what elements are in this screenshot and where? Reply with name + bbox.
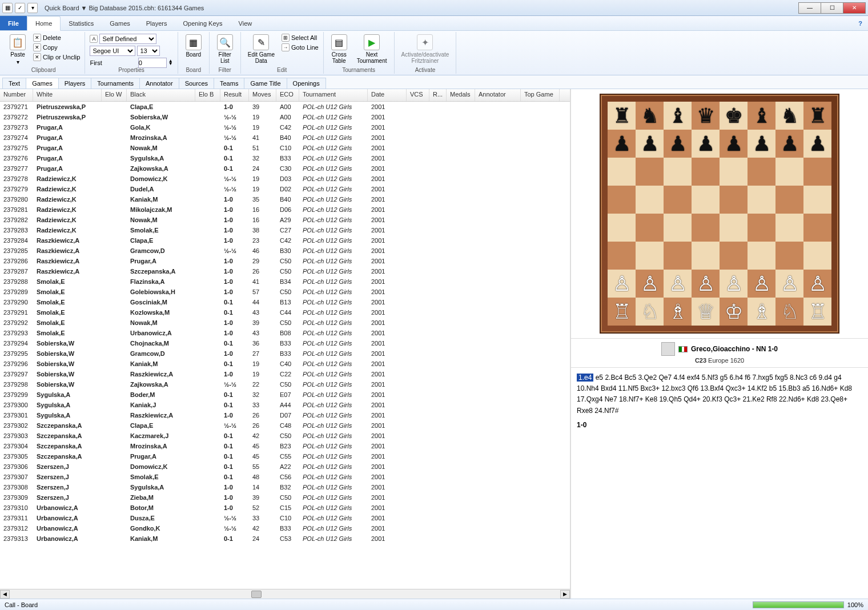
table-row[interactable]: 2379274Prugar,AMrozinska,A½-½41B40POL-ch… bbox=[0, 133, 570, 143]
board-square[interactable] bbox=[664, 214, 692, 242]
board-square[interactable] bbox=[775, 242, 803, 270]
board-square[interactable]: ♖ bbox=[608, 298, 636, 326]
board-square[interactable]: ♙ bbox=[664, 270, 692, 298]
table-row[interactable]: 2379275Prugar,ANowak,M0-151C10POL-ch U12… bbox=[0, 143, 570, 153]
table-row[interactable]: 2379302Szczepanska,AClapa,E½-½26C48POL-c… bbox=[0, 420, 570, 431]
board-square[interactable] bbox=[636, 242, 664, 270]
board-square[interactable] bbox=[664, 186, 692, 214]
column-header[interactable]: Annotator bbox=[475, 89, 521, 101]
board-square[interactable]: ♗ bbox=[748, 298, 775, 326]
column-header[interactable]: Black bbox=[127, 89, 195, 101]
board-square[interactable] bbox=[748, 158, 775, 186]
board-square[interactable] bbox=[775, 158, 803, 186]
grid-body[interactable]: 2379271Pietruszewska,PClapa,E1-039A00POL… bbox=[0, 102, 570, 589]
table-row[interactable]: 2379312Urbanowicz,AGondko,K½-½42B33POL-c… bbox=[0, 523, 570, 533]
minimize-button[interactable]: — bbox=[798, 2, 821, 14]
board-square[interactable] bbox=[803, 186, 831, 214]
paste-button[interactable]: 📋 Paste ▾ bbox=[6, 33, 30, 66]
scroll-left-icon[interactable]: ◀ bbox=[0, 590, 10, 599]
menu-tab-games[interactable]: Games bbox=[102, 16, 138, 30]
table-row[interactable]: 2379279Radziewicz,KDudel,A½-½19D02POL-ch… bbox=[0, 184, 570, 194]
table-row[interactable]: 2379307Szerszen,JSmolak,E0-148C56POL-ch … bbox=[0, 472, 570, 482]
board-square[interactable]: ♛ bbox=[692, 102, 720, 130]
board-square[interactable] bbox=[748, 186, 775, 214]
table-row[interactable]: 2379287Raszkiewicz,ASzczepanska,A1-026C5… bbox=[0, 266, 570, 276]
table-row[interactable]: 2379299Sygulska,ABoder,M0-132E07POL-ch U… bbox=[0, 390, 570, 400]
subtab-openings[interactable]: Openings bbox=[287, 78, 326, 89]
subtab-annotator[interactable]: Annotator bbox=[139, 78, 179, 89]
menu-tab-players[interactable]: Players bbox=[138, 16, 175, 30]
table-row[interactable]: 2379303Szczepanska,AKaczmarek,J0-142C50P… bbox=[0, 431, 570, 441]
board-square[interactable] bbox=[692, 214, 720, 242]
column-header[interactable]: Medals bbox=[447, 89, 475, 101]
board-square[interactable]: ♟ bbox=[692, 130, 720, 158]
table-row[interactable]: 2379300Sygulska,AKaniak,J0-133A44POL-ch … bbox=[0, 400, 570, 410]
board-square[interactable] bbox=[608, 186, 636, 214]
table-row[interactable]: 2379284Raszkiewicz,AClapa,E1-023C42POL-c… bbox=[0, 235, 570, 246]
column-header[interactable]: Top Game bbox=[521, 89, 560, 101]
board-square[interactable] bbox=[636, 158, 664, 186]
table-row[interactable]: 2379298Sobierska,WZajkowska,A½-½22C50POL… bbox=[0, 379, 570, 390]
subtab-sources[interactable]: Sources bbox=[179, 78, 214, 89]
menu-tab-home[interactable]: Home bbox=[27, 16, 61, 31]
board-square[interactable] bbox=[608, 242, 636, 270]
board-square[interactable]: ♘ bbox=[775, 298, 803, 326]
table-row[interactable]: 2379281Radziewicz,KMikolajczak,M1-016D06… bbox=[0, 204, 570, 215]
board-square[interactable]: ♘ bbox=[636, 298, 664, 326]
board-square[interactable]: ♔ bbox=[720, 298, 748, 326]
notation-pane[interactable]: 1.e4 e5 2.Bc4 Bc5 3.Qe2 Qe7 4.f4 exf4 5.… bbox=[571, 368, 868, 599]
board-square[interactable]: ♞ bbox=[775, 102, 803, 130]
board-square[interactable]: ♞ bbox=[636, 102, 664, 130]
board-square[interactable] bbox=[636, 186, 664, 214]
board-square[interactable]: ♜ bbox=[608, 102, 636, 130]
board-square[interactable]: ♙ bbox=[636, 270, 664, 298]
board-square[interactable]: ♟ bbox=[748, 130, 775, 158]
board-square[interactable] bbox=[775, 186, 803, 214]
menu-tab-view[interactable]: View bbox=[231, 16, 260, 30]
column-header[interactable]: Result bbox=[220, 89, 249, 101]
board-square[interactable]: ♙ bbox=[692, 270, 720, 298]
select-all-button[interactable]: ⊞Select All bbox=[280, 33, 320, 42]
table-row[interactable]: 2379310Urbanowicz,ABotor,M1-052C15POL-ch… bbox=[0, 503, 570, 513]
board-square[interactable] bbox=[636, 214, 664, 242]
table-row[interactable]: 2379295Sobierska,WGramcow,D1-027B33POL-c… bbox=[0, 348, 570, 359]
table-row[interactable]: 2379286Raszkiewicz,APrugar,A1-029C50POL-… bbox=[0, 256, 570, 266]
board-square[interactable]: ♟ bbox=[775, 130, 803, 158]
table-row[interactable]: 2379313Urbanowicz,AKaniak,M0-124C53POL-c… bbox=[0, 533, 570, 544]
chess-board[interactable]: ♜♞♝♛♚♝♞♜♟♟♟♟♟♟♟♟♙♙♙♙♙♙♙♙♖♘♗♕♔♗♘♖ bbox=[608, 102, 831, 326]
qat-check[interactable]: ✓ bbox=[15, 3, 25, 13]
board-square[interactable] bbox=[608, 158, 636, 186]
horizontal-scrollbar[interactable]: ◀ ▶ bbox=[0, 589, 570, 599]
subtab-tournaments[interactable]: Tournaments bbox=[91, 78, 140, 89]
board-square[interactable]: ♙ bbox=[720, 270, 748, 298]
font-style-select[interactable]: Self Defined bbox=[99, 34, 156, 44]
table-row[interactable]: 2379292Smolak,ENowak,M1-039C50POL-ch U12… bbox=[0, 318, 570, 328]
board-square[interactable] bbox=[803, 158, 831, 186]
board-square[interactable] bbox=[720, 214, 748, 242]
table-row[interactable]: 2379288Smolak,EFlazinska,A1-041B34POL-ch… bbox=[0, 276, 570, 287]
board-square[interactable] bbox=[664, 242, 692, 270]
board-square[interactable] bbox=[608, 214, 636, 242]
board-square[interactable]: ♙ bbox=[803, 270, 831, 298]
edit-game-button[interactable]: ✎Edit Game Data bbox=[244, 33, 278, 65]
table-row[interactable]: 2379301Sygulska,ARaszkiewicz,A1-026D07PO… bbox=[0, 410, 570, 420]
filter-button[interactable]: 🔍Filter List bbox=[213, 33, 237, 65]
board-square[interactable] bbox=[803, 242, 831, 270]
table-row[interactable]: 2379306Szerszen,JDomowicz,K0-155A22POL-c… bbox=[0, 461, 570, 472]
table-row[interactable]: 2379293Smolak,EUrbanowicz,A1-043B08POL-c… bbox=[0, 328, 570, 338]
table-row[interactable]: 2379297Sobierska,WRaszkiewicz,A1-019C22P… bbox=[0, 369, 570, 379]
board-square[interactable]: ♙ bbox=[608, 270, 636, 298]
table-row[interactable]: 2379271Pietruszewska,PClapa,E1-039A00POL… bbox=[0, 102, 570, 112]
column-header[interactable]: Tournament bbox=[299, 89, 368, 101]
board-square[interactable]: ♖ bbox=[803, 298, 831, 326]
board-square[interactable]: ♟ bbox=[720, 130, 748, 158]
board-button[interactable]: ▦Board bbox=[182, 33, 206, 59]
subtab-teams[interactable]: Teams bbox=[214, 78, 244, 89]
menu-tab-opening-keys[interactable]: Opening Keys bbox=[175, 16, 230, 30]
table-row[interactable]: 2379272Pietruszewska,PSobierska,W½-½19A0… bbox=[0, 112, 570, 122]
board-square[interactable] bbox=[748, 214, 775, 242]
help-icon[interactable]: ? bbox=[853, 16, 868, 30]
column-header[interactable]: Elo W bbox=[102, 89, 127, 101]
table-row[interactable]: 2379308Szerszen,JSygulska,A1-014B32POL-c… bbox=[0, 482, 570, 492]
board-square[interactable] bbox=[803, 214, 831, 242]
